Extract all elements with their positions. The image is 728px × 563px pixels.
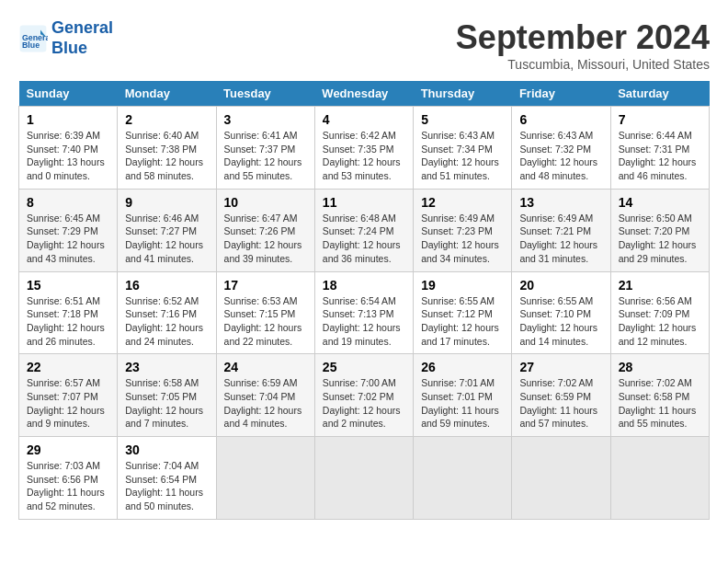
day-number: 10 bbox=[224, 195, 307, 210]
calendar-cell: 29Sunrise: 7:03 AMSunset: 6:56 PMDayligh… bbox=[19, 437, 118, 520]
day-info: Sunrise: 6:49 AMSunset: 7:21 PMDaylight:… bbox=[519, 212, 602, 266]
weekday-header: Thursday bbox=[414, 81, 512, 107]
weekday-header-row: SundayMondayTuesdayWednesdayThursdayFrid… bbox=[19, 81, 710, 107]
calendar-cell: 10Sunrise: 6:47 AMSunset: 7:26 PMDayligh… bbox=[216, 189, 314, 271]
calendar-cell: 25Sunrise: 7:00 AMSunset: 7:02 PMDayligh… bbox=[314, 354, 413, 437]
weekday-header: Tuesday bbox=[216, 81, 314, 107]
calendar-cell: 23Sunrise: 6:58 AMSunset: 7:05 PMDayligh… bbox=[118, 354, 216, 437]
calendar-cell: 22Sunrise: 6:57 AMSunset: 7:07 PMDayligh… bbox=[19, 354, 118, 437]
calendar-cell bbox=[512, 437, 610, 520]
calendar-cell: 13Sunrise: 6:49 AMSunset: 7:21 PMDayligh… bbox=[512, 189, 610, 271]
day-number: 26 bbox=[421, 360, 504, 374]
day-info: Sunrise: 6:47 AMSunset: 7:26 PMDaylight:… bbox=[224, 212, 307, 266]
day-number: 15 bbox=[27, 278, 109, 293]
day-info: Sunrise: 6:43 AMSunset: 7:32 PMDaylight:… bbox=[519, 129, 602, 183]
day-number: 20 bbox=[519, 278, 602, 293]
day-number: 3 bbox=[224, 112, 307, 127]
day-info: Sunrise: 6:43 AMSunset: 7:34 PMDaylight:… bbox=[421, 129, 504, 183]
calendar-cell: 3Sunrise: 6:41 AMSunset: 7:37 PMDaylight… bbox=[216, 107, 314, 190]
day-number: 29 bbox=[27, 442, 109, 457]
day-info: Sunrise: 6:55 AMSunset: 7:10 PMDaylight:… bbox=[519, 294, 602, 349]
calendar-cell bbox=[216, 437, 314, 520]
day-number: 12 bbox=[421, 195, 504, 210]
day-number: 23 bbox=[125, 360, 208, 374]
day-info: Sunrise: 7:01 AMSunset: 7:01 PMDaylight:… bbox=[421, 376, 504, 431]
day-info: Sunrise: 6:51 AMSunset: 7:18 PMDaylight:… bbox=[27, 294, 109, 349]
weekday-header: Wednesday bbox=[314, 81, 413, 107]
day-number: 11 bbox=[323, 195, 405, 210]
day-info: Sunrise: 6:50 AMSunset: 7:20 PMDaylight:… bbox=[619, 212, 701, 266]
calendar-week-row: 8Sunrise: 6:45 AMSunset: 7:29 PMDaylight… bbox=[19, 189, 710, 271]
title-section: September 2024 Tuscumbia, Missouri, Unit… bbox=[456, 18, 710, 72]
calendar-cell: 11Sunrise: 6:48 AMSunset: 7:24 PMDayligh… bbox=[314, 189, 413, 271]
calendar-week-row: 15Sunrise: 6:51 AMSunset: 7:18 PMDayligh… bbox=[19, 271, 710, 354]
day-info: Sunrise: 7:00 AMSunset: 7:02 PMDaylight:… bbox=[323, 376, 405, 431]
day-info: Sunrise: 7:02 AMSunset: 6:58 PMDaylight:… bbox=[619, 376, 701, 431]
day-info: Sunrise: 6:56 AMSunset: 7:09 PMDaylight:… bbox=[619, 294, 701, 349]
calendar-cell: 15Sunrise: 6:51 AMSunset: 7:18 PMDayligh… bbox=[19, 271, 118, 354]
day-number: 5 bbox=[421, 112, 504, 127]
day-number: 21 bbox=[619, 278, 701, 293]
calendar-cell: 18Sunrise: 6:54 AMSunset: 7:13 PMDayligh… bbox=[314, 271, 413, 354]
calendar-cell: 16Sunrise: 6:52 AMSunset: 7:16 PMDayligh… bbox=[118, 271, 216, 354]
calendar-cell: 30Sunrise: 7:04 AMSunset: 6:54 PMDayligh… bbox=[118, 437, 216, 520]
day-info: Sunrise: 6:41 AMSunset: 7:37 PMDaylight:… bbox=[224, 129, 307, 183]
calendar-cell bbox=[414, 437, 512, 520]
logo-icon: General Blue bbox=[18, 24, 48, 53]
day-number: 14 bbox=[619, 195, 701, 210]
calendar-cell: 24Sunrise: 6:59 AMSunset: 7:04 PMDayligh… bbox=[216, 354, 314, 437]
calendar-cell: 12Sunrise: 6:49 AMSunset: 7:23 PMDayligh… bbox=[414, 189, 512, 271]
month-title: September 2024 bbox=[456, 18, 710, 57]
calendar-cell: 5Sunrise: 6:43 AMSunset: 7:34 PMDaylight… bbox=[414, 107, 512, 190]
day-info: Sunrise: 7:02 AMSunset: 6:59 PMDaylight:… bbox=[519, 376, 602, 431]
logo-text: GeneralBlue bbox=[51, 18, 113, 58]
day-number: 6 bbox=[519, 112, 602, 127]
day-number: 30 bbox=[125, 442, 208, 457]
calendar-cell: 1Sunrise: 6:39 AMSunset: 7:40 PMDaylight… bbox=[19, 107, 118, 190]
day-number: 17 bbox=[224, 278, 307, 293]
calendar-cell: 28Sunrise: 7:02 AMSunset: 6:58 PMDayligh… bbox=[610, 354, 709, 437]
day-info: Sunrise: 6:45 AMSunset: 7:29 PMDaylight:… bbox=[27, 212, 109, 266]
day-number: 16 bbox=[125, 278, 208, 293]
day-number: 19 bbox=[421, 278, 504, 293]
day-info: Sunrise: 6:52 AMSunset: 7:16 PMDaylight:… bbox=[125, 294, 208, 349]
day-info: Sunrise: 6:57 AMSunset: 7:07 PMDaylight:… bbox=[27, 376, 109, 431]
day-info: Sunrise: 6:40 AMSunset: 7:38 PMDaylight:… bbox=[125, 129, 208, 183]
calendar-cell: 2Sunrise: 6:40 AMSunset: 7:38 PMDaylight… bbox=[118, 107, 216, 190]
calendar-cell: 21Sunrise: 6:56 AMSunset: 7:09 PMDayligh… bbox=[610, 271, 709, 354]
calendar-week-row: 1Sunrise: 6:39 AMSunset: 7:40 PMDaylight… bbox=[19, 107, 710, 190]
day-info: Sunrise: 6:49 AMSunset: 7:23 PMDaylight:… bbox=[421, 212, 504, 266]
calendar-week-row: 29Sunrise: 7:03 AMSunset: 6:56 PMDayligh… bbox=[19, 437, 710, 520]
calendar-cell: 26Sunrise: 7:01 AMSunset: 7:01 PMDayligh… bbox=[414, 354, 512, 437]
calendar-cell: 9Sunrise: 6:46 AMSunset: 7:27 PMDaylight… bbox=[118, 189, 216, 271]
day-number: 2 bbox=[125, 112, 208, 127]
day-number: 28 bbox=[619, 360, 701, 374]
day-info: Sunrise: 6:59 AMSunset: 7:04 PMDaylight:… bbox=[224, 376, 307, 431]
day-number: 4 bbox=[323, 112, 405, 127]
calendar-cell: 6Sunrise: 6:43 AMSunset: 7:32 PMDaylight… bbox=[512, 107, 610, 190]
day-number: 22 bbox=[27, 360, 109, 374]
day-number: 13 bbox=[519, 195, 602, 210]
day-info: Sunrise: 7:03 AMSunset: 6:56 PMDaylight:… bbox=[27, 459, 109, 513]
svg-text:Blue: Blue bbox=[22, 40, 40, 50]
calendar-cell: 7Sunrise: 6:44 AMSunset: 7:31 PMDaylight… bbox=[610, 107, 709, 190]
calendar-cell: 27Sunrise: 7:02 AMSunset: 6:59 PMDayligh… bbox=[512, 354, 610, 437]
day-number: 9 bbox=[125, 195, 208, 210]
calendar-cell: 14Sunrise: 6:50 AMSunset: 7:20 PMDayligh… bbox=[610, 189, 709, 271]
weekday-header: Monday bbox=[118, 81, 216, 107]
day-info: Sunrise: 6:46 AMSunset: 7:27 PMDaylight:… bbox=[125, 212, 208, 266]
day-number: 8 bbox=[27, 195, 109, 210]
calendar-cell: 4Sunrise: 6:42 AMSunset: 7:35 PMDaylight… bbox=[314, 107, 413, 190]
weekday-header: Saturday bbox=[610, 81, 709, 107]
day-number: 24 bbox=[224, 360, 307, 374]
weekday-header: Friday bbox=[512, 81, 610, 107]
day-number: 18 bbox=[323, 278, 405, 293]
page-header: General Blue GeneralBlue September 2024 … bbox=[18, 18, 710, 72]
calendar-cell bbox=[610, 437, 709, 520]
calendar-cell: 17Sunrise: 6:53 AMSunset: 7:15 PMDayligh… bbox=[216, 271, 314, 354]
day-info: Sunrise: 6:54 AMSunset: 7:13 PMDaylight:… bbox=[323, 294, 405, 349]
day-info: Sunrise: 6:48 AMSunset: 7:24 PMDaylight:… bbox=[323, 212, 405, 266]
calendar-week-row: 22Sunrise: 6:57 AMSunset: 7:07 PMDayligh… bbox=[19, 354, 710, 437]
day-number: 25 bbox=[323, 360, 405, 374]
day-info: Sunrise: 6:58 AMSunset: 7:05 PMDaylight:… bbox=[125, 376, 208, 431]
